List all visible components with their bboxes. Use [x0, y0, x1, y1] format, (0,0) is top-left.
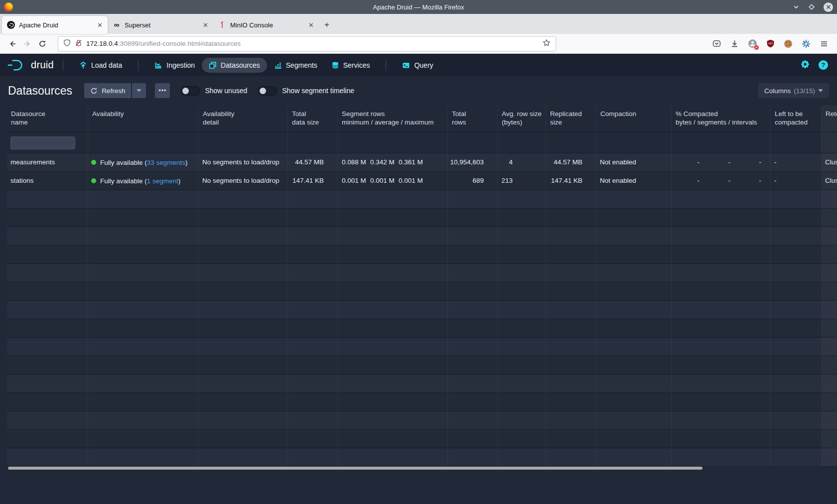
avg-row-size: 4: [498, 153, 546, 172]
nav-ingestion[interactable]: Ingestion: [147, 58, 202, 73]
col-header-datasource-name[interactable]: Datasourcename: [7, 105, 88, 132]
nav-divider: [138, 60, 139, 71]
horizontal-scrollbar[interactable]: [8, 467, 702, 470]
columns-dropdown-button[interactable]: Columns (13/15): [758, 83, 829, 98]
empty-cell: [88, 209, 199, 227]
empty-cell: [596, 375, 672, 393]
col-header-total-data-size[interactable]: Totaldata size: [288, 105, 338, 132]
svg-text:UO: UO: [768, 42, 773, 45]
reload-button[interactable]: [35, 36, 50, 51]
empty-cell: [288, 264, 338, 282]
table-row-measurements: measurements Fully available (33 segment…: [7, 153, 837, 172]
table-row-empty: [7, 375, 837, 393]
help-icon[interactable]: ?: [819, 60, 828, 70]
tab-close-icon[interactable]: ✕: [308, 21, 314, 29]
col-header-retention[interactable]: Rete: [822, 105, 837, 132]
empty-cell: [7, 356, 88, 375]
pocket-icon[interactable]: [711, 39, 721, 49]
col-header-availability[interactable]: Availability: [88, 105, 199, 132]
col-header-replicated-size[interactable]: Replicatedsize: [546, 105, 596, 132]
nav-load-data[interactable]: Load data: [72, 58, 129, 73]
show-unused-toggle[interactable]: [181, 86, 200, 96]
col-header-total-rows[interactable]: Totalrows: [448, 105, 498, 132]
maximize-icon[interactable]: [808, 3, 815, 10]
compaction[interactable]: Not enabled: [596, 172, 672, 190]
druid-brand[interactable]: druid: [7, 58, 54, 72]
refresh-interval-dropdown[interactable]: [132, 83, 146, 98]
empty-cell: [596, 356, 672, 375]
tab-minio-console[interactable]: MinIO Console ✕: [213, 16, 319, 34]
pct-compacted-bytes: -: [672, 172, 702, 190]
empty-cell: [199, 319, 288, 338]
shield-icon[interactable]: [63, 39, 71, 49]
bookmark-star-icon[interactable]: [543, 39, 551, 49]
empty-cell: [546, 411, 596, 430]
forward-button[interactable]: [20, 36, 35, 51]
close-icon[interactable]: [824, 2, 833, 12]
nav-query[interactable]: Query: [395, 58, 440, 73]
pct-compacted-segments: -: [702, 153, 733, 171]
retention[interactable]: Clus: [822, 172, 837, 190]
nav-segments[interactable]: Segments: [267, 58, 324, 73]
datasource-name-filter-input[interactable]: [10, 136, 75, 149]
empty-cell: [338, 282, 448, 301]
empty-cell: [771, 209, 822, 227]
ublock-origin-icon[interactable]: UO: [765, 39, 775, 49]
tab-apache-druid[interactable]: Apache Druid ✕: [2, 16, 108, 34]
tab-close-icon[interactable]: ✕: [97, 21, 103, 29]
col-header-compaction[interactable]: Compaction: [596, 105, 672, 132]
segments-link[interactable]: 33 segments: [147, 159, 185, 166]
segment-rows-cell: 0.001 M0.001 M0.001 M: [338, 172, 448, 190]
empty-cell: [7, 430, 88, 448]
empty-cell: [546, 356, 596, 375]
empty-cell: [672, 190, 771, 209]
nav-datasources[interactable]: Datasources: [202, 58, 267, 73]
url-bar[interactable]: 172.18.0.4:30899/unified-console.html#da…: [58, 36, 556, 51]
col-header-avg-row-size[interactable]: Avg. row size(bytes): [498, 105, 546, 132]
extension-disabled-icon[interactable]: ✕: [747, 39, 757, 49]
empty-cell: [498, 209, 546, 227]
downloads-icon[interactable]: [729, 39, 739, 49]
load-data-icon: [79, 61, 87, 69]
refresh-split-button: Refresh: [84, 83, 146, 98]
empty-cell: [498, 338, 546, 356]
nav-services[interactable]: Services: [324, 58, 377, 73]
empty-cell: [88, 430, 199, 448]
more-actions-button[interactable]: •••: [155, 83, 170, 98]
tab-bar: Apache Druid ✕ ∞ Superset ✕ MinIO Consol…: [0, 14, 837, 34]
empty-cell: [199, 356, 288, 375]
url-host: 172.18.0.4: [86, 40, 118, 47]
col-header-left-to-be-compacted[interactable]: Left to becompacted: [771, 105, 822, 132]
back-button[interactable]: [5, 36, 20, 51]
empty-cell: [338, 246, 448, 264]
cookie-icon[interactable]: [783, 39, 793, 49]
new-tab-button[interactable]: +: [319, 16, 335, 34]
datasource-name[interactable]: measurements: [7, 153, 88, 172]
url-text[interactable]: 172.18.0.4:30899/unified-console.html#da…: [86, 40, 539, 47]
compaction[interactable]: Not enabled: [596, 153, 672, 172]
col-header-availability-detail[interactable]: Availabilitydetail: [199, 105, 288, 132]
show-segment-timeline-toggle[interactable]: [258, 86, 277, 96]
empty-cell: [596, 209, 672, 227]
col-header-segment-rows[interactable]: Segment rowsminimum / average / maximum: [338, 105, 448, 132]
col-header-pct-compacted[interactable]: % Compactedbytes / segments / intervals: [672, 105, 771, 132]
empty-cell: [88, 356, 199, 375]
refresh-button[interactable]: Refresh: [84, 83, 131, 98]
empty-cell: [7, 246, 88, 264]
tab-close-icon[interactable]: ✕: [203, 21, 208, 29]
lock-insecure-icon[interactable]: [75, 39, 82, 49]
empty-cell: [88, 282, 199, 301]
consent-manager-icon[interactable]: [801, 39, 811, 49]
settings-gear-icon[interactable]: [801, 60, 810, 71]
empty-cell: [338, 209, 448, 227]
segments-link[interactable]: 1 segment: [147, 177, 178, 185]
refresh-label: Refresh: [102, 87, 125, 95]
datasource-name[interactable]: stations: [7, 172, 88, 190]
empty-cell: [672, 338, 771, 356]
empty-cell: [672, 411, 771, 430]
total-rows: 689: [448, 172, 498, 190]
menu-icon[interactable]: [819, 39, 829, 49]
retention[interactable]: Clus: [822, 153, 837, 172]
tab-superset[interactable]: ∞ Superset ✕: [108, 16, 213, 34]
minimize-icon[interactable]: [793, 3, 800, 10]
